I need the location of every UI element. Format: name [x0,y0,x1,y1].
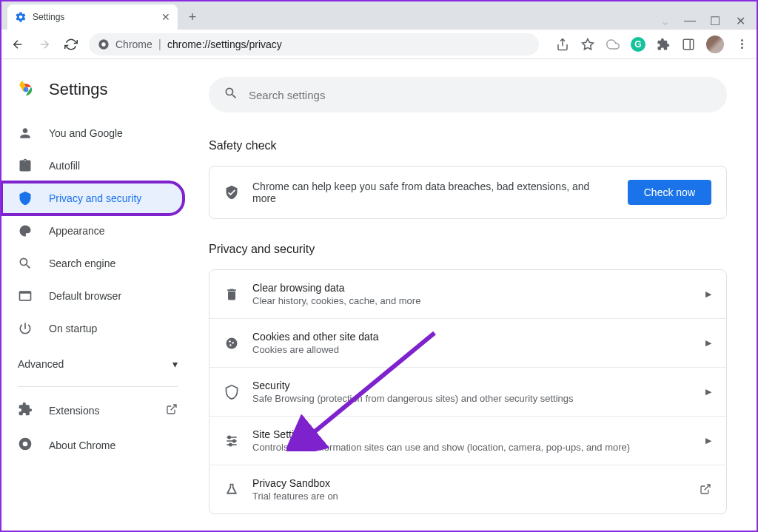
sidebar-header: Settings [1,80,194,114]
sidebar-item-privacy-and-security[interactable]: Privacy and security [1,182,184,215]
clipboard-icon [18,158,33,173]
check-now-button[interactable]: Check now [628,180,711,205]
back-button[interactable] [9,36,27,53]
chevron-right-icon: ▶ [705,338,711,348]
window-dropdown-icon[interactable]: ⌄ [659,15,671,27]
advanced-label: Advanced [18,358,64,370]
bookmark-icon[interactable] [580,37,595,52]
row-title: Site Settings [252,428,692,440]
row-clear-browsing-data[interactable]: Clear browsing data Clear history, cooki… [209,270,726,318]
settings-search[interactable] [209,77,727,112]
sidebar-item-label: Privacy and security [49,192,141,204]
flask-icon [224,482,239,497]
omnibox-url: chrome://settings/privacy [167,38,282,50]
chevron-right-icon: ▶ [705,289,711,299]
shield-icon [18,191,33,206]
power-icon [18,321,33,336]
extensions-icon[interactable] [656,37,671,52]
sidebar-item-on-startup[interactable]: On startup [1,312,184,345]
settings-sidebar: Settings You and Google Autofill Privacy… [1,59,194,531]
sliders-icon [224,434,239,448]
sidebar-item-search-engine[interactable]: Search engine [1,247,184,280]
window-close-icon[interactable]: ✕ [734,15,746,27]
row-privacy-sandbox[interactable]: Privacy Sandbox Trial features are on [209,465,726,514]
row-site-settings[interactable]: Site Settings Controls what information … [209,416,726,465]
menu-button[interactable] [734,37,749,52]
trash-icon [224,287,239,302]
row-subtitle: Trial features are on [252,491,686,502]
svg-point-12 [229,344,232,346]
row-title: Clear browsing data [252,282,692,294]
svg-point-1 [101,42,105,46]
row-subtitle: Safe Browsing (protection from dangerous… [252,393,692,404]
sidebar-item-label: Search engine [49,257,115,269]
privacy-card: Clear browsing data Clear history, cooki… [209,269,727,514]
sidebar-item-appearance[interactable]: Appearance [1,215,184,247]
svg-point-10 [229,340,231,343]
svg-point-9 [227,337,238,349]
svg-rect-2 [683,39,694,50]
browser-titlebar: Settings ✕ + ⌄ — ☐ ✕ [1,1,757,30]
sidebar-advanced-toggle[interactable]: Advanced ▾ [1,348,194,380]
chrome-icon [98,38,110,50]
person-icon [18,126,33,141]
row-subtitle: Cookies are allowed [252,344,692,355]
safety-check-card: Chrome can help keep you safe from data … [209,166,727,219]
sidebar-item-extensions[interactable]: Extensions [1,393,194,428]
share-icon[interactable] [555,37,570,52]
svg-point-17 [233,440,235,442]
row-security[interactable]: Security Safe Browsing (protection from … [209,367,726,416]
about-label: About Chrome [49,440,115,451]
row-cookies[interactable]: Cookies and other site data Cookies are … [209,318,726,367]
sidebar-item-label: You and Google [49,127,123,139]
svg-point-11 [232,341,234,343]
shield-icon [224,385,239,400]
sidebar-item-about-chrome[interactable]: About Chrome [1,428,194,462]
new-tab-button[interactable]: + [182,7,203,27]
safety-check-text: Chrome can help keep you safe from data … [252,181,614,204]
page-title: Settings [49,80,108,99]
forward-button[interactable] [36,36,53,53]
gear-icon [15,11,27,23]
row-title: Cookies and other site data [252,331,692,343]
browser-toolbar: Chrome | chrome://settings/privacy G [1,30,757,59]
puzzle-icon [18,402,33,419]
svg-point-18 [229,443,232,445]
row-subtitle: Controls what information sites can use … [252,442,692,453]
sidebar-item-label: Autofill [49,160,80,172]
chevron-down-icon: ▾ [172,358,178,370]
shield-check-icon [224,184,239,201]
settings-main: Safety check Chrome can help keep you sa… [194,59,757,531]
sidebar-item-default-browser[interactable]: Default browser [1,280,184,312]
browser-icon [18,289,33,303]
external-link-icon [166,403,178,417]
address-bar[interactable]: Chrome | chrome://settings/privacy [89,33,539,55]
sidebar-divider [18,386,178,387]
profile-avatar[interactable] [706,36,724,53]
window-controls: ⌄ — ☐ ✕ [659,15,757,30]
search-icon [18,256,33,271]
tab-close-icon[interactable]: ✕ [161,11,170,23]
window-minimize-icon[interactable]: — [684,15,696,27]
svg-point-8 [23,442,28,447]
svg-point-16 [228,436,230,438]
sidebar-item-you-and-google[interactable]: You and Google [1,117,184,149]
row-title: Security [252,380,692,391]
row-subtitle: Clear history, cookies, cache, and more [252,295,692,306]
browser-tab[interactable]: Settings ✕ [7,4,178,30]
external-link-icon [700,483,711,496]
sidebar-item-label: On startup [49,323,97,334]
settings-search-input[interactable] [249,89,712,101]
sidepanel-icon[interactable] [681,37,696,52]
reload-button[interactable] [62,36,80,53]
cloud-icon[interactable] [606,37,620,52]
sidebar-item-label: Default browser [49,290,121,302]
omnibox-separator: | [158,38,161,51]
cookie-icon [224,336,239,351]
sidebar-item-autofill[interactable]: Autofill [1,149,184,182]
window-maximize-icon[interactable]: ☐ [709,15,721,27]
search-icon [224,86,238,104]
chrome-small-icon [18,437,33,454]
grammarly-extension-icon[interactable]: G [631,37,645,52]
privacy-heading: Privacy and security [209,243,727,256]
